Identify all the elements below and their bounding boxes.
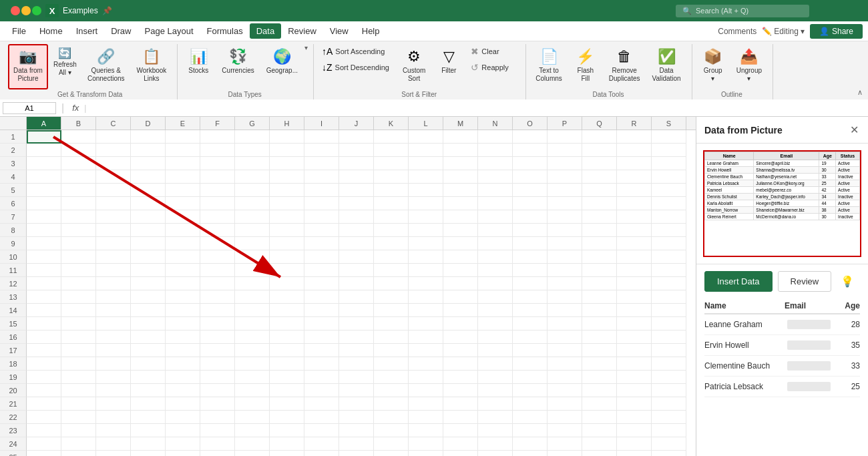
list-item[interactable] (513, 290, 548, 304)
queries-connections-btn[interactable]: 🔗 Queries &Connections (82, 44, 130, 89)
list-item[interactable] (652, 344, 686, 357)
list-item[interactable] (339, 264, 374, 277)
list-item[interactable] (200, 277, 235, 290)
list-item[interactable] (652, 157, 686, 170)
list-item[interactable] (304, 357, 339, 371)
list-item[interactable] (617, 451, 652, 456)
list-item[interactable] (652, 197, 686, 210)
list-item[interactable] (304, 250, 339, 264)
list-item[interactable] (339, 130, 374, 144)
list-item[interactable] (548, 397, 582, 411)
list-item[interactable] (166, 397, 200, 411)
remove-duplicates-btn[interactable]: 🗑 RemoveDuplicates (604, 44, 646, 89)
list-item[interactable] (478, 451, 513, 456)
list-item[interactable] (304, 170, 339, 184)
maximize-btn[interactable] (32, 6, 41, 15)
list-item[interactable] (235, 304, 270, 317)
list-item[interactable] (96, 304, 131, 317)
list-item[interactable] (374, 130, 409, 144)
list-item[interactable] (27, 304, 61, 317)
list-item[interactable] (582, 451, 617, 456)
list-item[interactable] (409, 277, 443, 290)
row-header-18[interactable]: 18 (0, 357, 27, 371)
list-item[interactable] (443, 237, 478, 250)
row-header-19[interactable]: 19 (0, 371, 27, 384)
list-item[interactable] (548, 451, 582, 456)
list-item[interactable] (617, 424, 652, 437)
list-item[interactable] (200, 344, 235, 357)
list-item[interactable] (409, 304, 443, 317)
list-item[interactable] (96, 451, 131, 456)
minimize-btn[interactable] (21, 6, 31, 15)
list-item[interactable] (443, 144, 478, 157)
list-item[interactable] (166, 277, 200, 290)
list-item[interactable] (617, 330, 652, 344)
editing-btn[interactable]: ✏️ Editing ▾ (762, 27, 805, 36)
list-item[interactable] (61, 384, 96, 397)
list-item[interactable] (339, 290, 374, 304)
list-item[interactable] (443, 130, 478, 144)
list-item[interactable] (548, 344, 582, 357)
list-item[interactable] (478, 424, 513, 437)
list-item[interactable] (235, 424, 270, 437)
list-item[interactable] (513, 397, 548, 411)
list-item[interactable] (409, 130, 443, 144)
list-item[interactable] (61, 184, 96, 197)
list-item[interactable] (304, 237, 339, 250)
list-item[interactable] (339, 210, 374, 224)
list-item[interactable] (582, 210, 617, 224)
list-item[interactable] (27, 210, 61, 224)
list-item[interactable] (304, 157, 339, 170)
list-item[interactable] (339, 357, 374, 371)
col-header-J[interactable]: J (339, 117, 374, 130)
row-header-5[interactable]: 5 (0, 184, 27, 197)
row-header-11[interactable]: 11 (0, 264, 27, 277)
list-item[interactable] (513, 277, 548, 290)
close-window-btn[interactable] (11, 6, 20, 15)
list-item[interactable] (548, 384, 582, 397)
cell-reference-input[interactable]: A1 (3, 102, 56, 114)
list-item[interactable] (478, 304, 513, 317)
list-item[interactable] (235, 344, 270, 357)
list-item[interactable] (131, 130, 166, 144)
list-item[interactable] (131, 384, 166, 397)
list-item[interactable] (166, 184, 200, 197)
list-item[interactable] (513, 357, 548, 371)
list-item[interactable] (582, 277, 617, 290)
list-item[interactable] (409, 357, 443, 371)
col-header-Q[interactable]: Q (582, 117, 617, 130)
list-item[interactable] (548, 237, 582, 250)
list-item[interactable] (131, 330, 166, 344)
lightbulb-btn[interactable]: 💡 (837, 271, 858, 292)
list-item[interactable] (270, 237, 304, 250)
list-item[interactable] (339, 437, 374, 451)
list-item[interactable] (61, 411, 96, 424)
list-item[interactable] (409, 250, 443, 264)
list-item[interactable] (96, 357, 131, 371)
menu-view[interactable]: View (323, 23, 355, 39)
list-item[interactable] (304, 184, 339, 197)
list-item[interactable] (304, 290, 339, 304)
list-item[interactable] (27, 397, 61, 411)
row-header-23[interactable]: 23 (0, 424, 27, 437)
list-item[interactable] (582, 371, 617, 384)
list-item[interactable] (513, 424, 548, 437)
list-item[interactable] (409, 290, 443, 304)
list-item[interactable] (200, 304, 235, 317)
list-item[interactable] (61, 157, 96, 170)
list-item[interactable] (374, 344, 409, 357)
list-item[interactable] (409, 264, 443, 277)
list-item[interactable] (548, 371, 582, 384)
list-item[interactable] (200, 264, 235, 277)
list-item[interactable] (270, 437, 304, 451)
row-header-16[interactable]: 16 (0, 330, 27, 344)
list-item[interactable] (96, 397, 131, 411)
list-item[interactable] (443, 384, 478, 397)
list-item[interactable] (548, 290, 582, 304)
list-item[interactable] (96, 330, 131, 344)
list-item[interactable] (166, 237, 200, 250)
row-header-1[interactable]: 1 (0, 130, 27, 144)
list-item[interactable] (200, 397, 235, 411)
list-item[interactable] (96, 264, 131, 277)
list-item[interactable] (478, 144, 513, 157)
